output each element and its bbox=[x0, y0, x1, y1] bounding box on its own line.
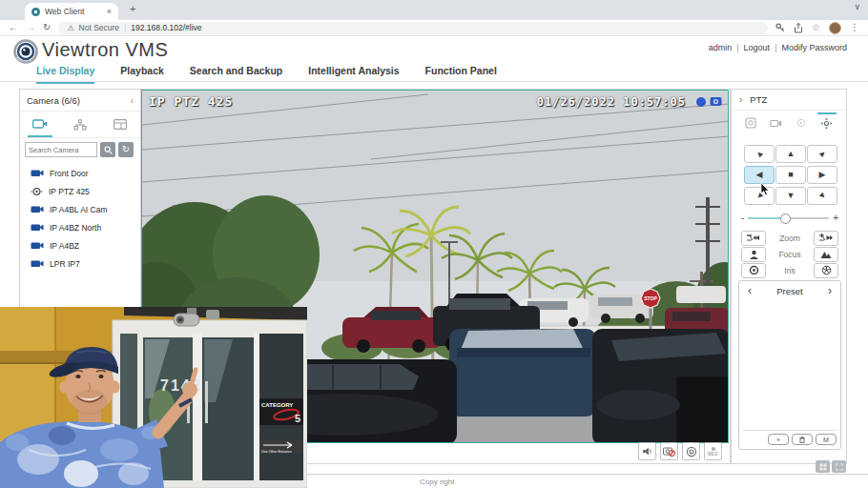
trash-icon bbox=[799, 437, 805, 443]
camera-name: IP A4BZ bbox=[50, 241, 79, 251]
modify-password-link[interactable]: Modify Password bbox=[781, 43, 847, 52]
camera-item-ip-ptz-425[interactable]: IP PTZ 425 bbox=[20, 182, 140, 200]
pan-up-button[interactable]: ▲ bbox=[775, 145, 806, 163]
camera-icon bbox=[31, 169, 44, 178]
zoom-in-button[interactable] bbox=[814, 231, 838, 246]
camera-item-ip-a4bz[interactable]: IP A4BZ bbox=[20, 236, 140, 254]
back-button[interactable]: ← bbox=[9, 23, 18, 32]
talk-button[interactable] bbox=[638, 442, 656, 460]
forward-button[interactable]: → bbox=[26, 23, 35, 32]
camera-item-ip-a4bz-north[interactable]: IP A4BZ North bbox=[20, 218, 140, 236]
focus-far-button[interactable] bbox=[814, 247, 838, 262]
iris-open-icon bbox=[821, 265, 832, 275]
sidebar-tabs bbox=[20, 112, 140, 138]
address-bar[interactable]: ⚠ Not Secure | 192.168.0.102/#live bbox=[58, 22, 768, 34]
tab-settings[interactable] bbox=[792, 112, 811, 133]
zoom-out-button[interactable] bbox=[741, 231, 766, 246]
slider-track[interactable] bbox=[748, 217, 829, 219]
preset-call-button[interactable]: M bbox=[816, 434, 837, 445]
osd-camera-name: IP PTZ 425 bbox=[149, 94, 233, 109]
pan-up-left-button[interactable]: ▲ bbox=[744, 145, 775, 163]
search-input[interactable] bbox=[25, 142, 97, 157]
camera-icon bbox=[31, 223, 44, 233]
iris-label: Iris bbox=[784, 266, 795, 275]
stream-icon bbox=[770, 118, 782, 129]
camera-icon bbox=[31, 259, 44, 269]
app-header: Viewtron VMS admin | Logout | Modify Pas… bbox=[0, 36, 868, 65]
reload-button[interactable]: ↻ bbox=[43, 23, 51, 32]
tab-custom-view[interactable] bbox=[100, 112, 140, 137]
window-chevron-icon[interactable]: ∨ bbox=[854, 2, 860, 11]
snapshot-disabled-button[interactable] bbox=[660, 442, 678, 460]
ptz-expand-icon[interactable]: › bbox=[739, 94, 742, 105]
preset-add-button[interactable]: + bbox=[768, 434, 789, 445]
pan-left-button[interactable]: ◀ bbox=[744, 166, 775, 184]
copyright-text: Copy right bbox=[420, 478, 454, 486]
tab-camera-groups[interactable] bbox=[60, 112, 100, 137]
grid-layout-button[interactable] bbox=[816, 460, 830, 473]
page-url: 192.168.0.102/#live bbox=[131, 23, 201, 32]
password-key-icon[interactable] bbox=[775, 23, 785, 32]
preset-actions: + M bbox=[743, 430, 837, 445]
new-tab-button[interactable]: + bbox=[130, 3, 135, 14]
search-button[interactable] bbox=[100, 142, 115, 157]
iris-close-button[interactable] bbox=[741, 263, 766, 278]
ptz-panel-title: PTZ bbox=[750, 94, 767, 105]
stream-camera-icon bbox=[710, 96, 722, 107]
slider-knob[interactable] bbox=[780, 214, 791, 224]
tab-ptz-control[interactable] bbox=[817, 112, 837, 133]
camera-search-row: ↻ bbox=[20, 138, 140, 161]
preset-next-icon[interactable]: › bbox=[828, 284, 832, 297]
camera-item-front-door[interactable]: Front Door bbox=[20, 164, 140, 182]
pan-up-right-button[interactable]: ▲ bbox=[807, 145, 837, 163]
camera-list: Front Door IP PTZ 425 IP A4BL AI Cam bbox=[20, 161, 140, 273]
fisheye-icon bbox=[745, 117, 756, 129]
not-secure-icon: ⚠ bbox=[67, 24, 73, 32]
pan-down-button[interactable]: ▼ bbox=[775, 187, 806, 205]
browser-tab[interactable]: Web Client × bbox=[25, 3, 118, 20]
tab-stream[interactable] bbox=[767, 112, 786, 133]
pan-right-button[interactable]: ▶ bbox=[807, 166, 837, 184]
presenter-webcam-overlay: 7142 CATEGORY 5 Use Other Entrance bbox=[0, 307, 307, 488]
preset-delete-button[interactable] bbox=[792, 434, 813, 445]
tab-camera-list[interactable] bbox=[20, 112, 60, 137]
logout-link[interactable]: Logout bbox=[744, 43, 771, 52]
iris-open-button[interactable] bbox=[814, 263, 838, 278]
camera-item-lpr-ip7[interactable]: LPR IP7 bbox=[20, 254, 140, 273]
refresh-button[interactable]: ↻ bbox=[118, 142, 134, 157]
browser-url-bar: ← → ↻ ⚠ Not Secure | 192.168.0.102/#live… bbox=[0, 20, 868, 36]
camera-name: IP A4BZ North bbox=[50, 223, 101, 233]
slider-minus[interactable]: - bbox=[741, 214, 744, 223]
focus-label: Focus bbox=[778, 250, 800, 259]
view-layout-icon bbox=[114, 119, 127, 130]
search-icon bbox=[104, 146, 113, 154]
presenter-scene: 7142 CATEGORY 5 Use Other Entrance bbox=[0, 307, 307, 488]
tab-close-icon[interactable]: × bbox=[107, 8, 112, 16]
pan-down-right-button[interactable]: ▲ bbox=[807, 187, 837, 205]
camera-panel-title: Camera (6/6) bbox=[27, 95, 80, 106]
tab-fisheye[interactable] bbox=[741, 112, 760, 133]
rec-label: REC bbox=[708, 452, 717, 457]
share-icon[interactable] bbox=[794, 23, 803, 33]
camera-item-ip-a4bl-ai-cam[interactable]: IP A4BL AI Cam bbox=[20, 200, 140, 218]
focus-near-button[interactable] bbox=[741, 247, 766, 262]
collapse-panel-icon[interactable]: ‹ bbox=[131, 95, 134, 106]
user-name: admin bbox=[709, 43, 733, 52]
browser-menu-icon[interactable]: ⋮ bbox=[850, 23, 859, 32]
camera-name: LPR IP7 bbox=[50, 259, 80, 269]
slider-plus[interactable]: + bbox=[833, 214, 838, 223]
bookmark-star-icon[interactable]: ☆ bbox=[812, 23, 820, 32]
pan-stop-button[interactable]: ■ bbox=[775, 166, 806, 184]
preset-prev-icon[interactable]: ‹ bbox=[748, 284, 752, 297]
zoom-target-button[interactable] bbox=[682, 442, 700, 460]
fullscreen-button[interactable] bbox=[832, 460, 846, 473]
camera-name: IP PTZ 425 bbox=[49, 187, 90, 196]
profile-avatar[interactable] bbox=[829, 22, 841, 34]
rec-dot-icon bbox=[712, 447, 715, 451]
ptz-speed-slider: - + bbox=[741, 213, 838, 224]
iris-row: Iris bbox=[741, 263, 838, 277]
recording-dot-icon bbox=[696, 97, 706, 107]
zoom-out-icon bbox=[746, 234, 761, 242]
talk-icon bbox=[642, 446, 652, 457]
record-button[interactable]: REC bbox=[704, 442, 722, 460]
